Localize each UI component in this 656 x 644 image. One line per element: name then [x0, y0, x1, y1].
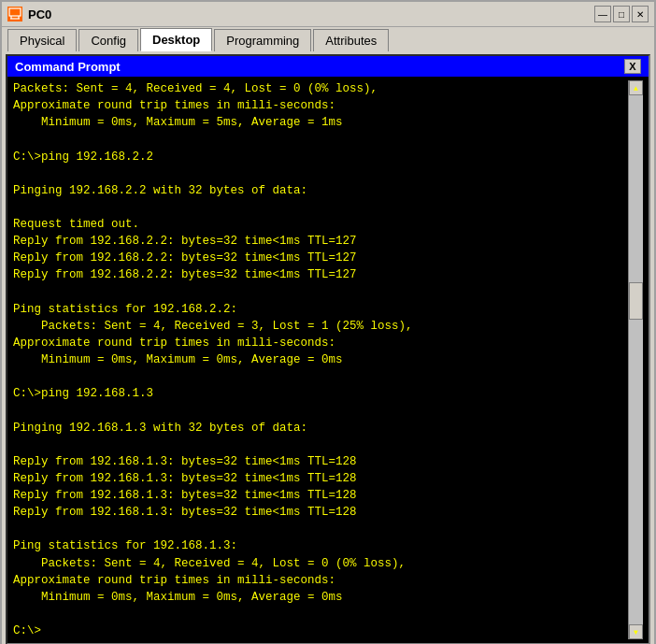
tab-programming[interactable]: Programming	[214, 29, 311, 51]
cmd-title: Command Prompt	[15, 60, 121, 74]
tab-attributes[interactable]: Attributes	[313, 29, 389, 51]
command-prompt-window: Command Prompt X Packets: Sent = 4, Rece…	[6, 54, 650, 644]
tab-desktop[interactable]: Desktop	[140, 28, 212, 51]
scroll-down-button[interactable]: ▼	[629, 624, 643, 639]
close-button[interactable]: ✕	[632, 6, 649, 22]
maximize-button[interactable]: □	[613, 6, 630, 22]
tab-physical[interactable]: Physical	[7, 29, 77, 51]
scroll-up-button[interactable]: ▲	[629, 80, 643, 95]
app-icon	[7, 7, 22, 21]
window-title: PC0	[28, 7, 589, 21]
cmd-output: Packets: Sent = 4, Received = 4, Lost = …	[13, 80, 628, 639]
svg-rect-0	[9, 8, 21, 16]
title-bar: PC0 — □ ✕	[2, 2, 654, 27]
window-controls: — □ ✕	[594, 6, 649, 22]
content-area: Command Prompt X Packets: Sent = 4, Rece…	[2, 50, 654, 644]
main-window: PC0 — □ ✕ Physical Config Desktop Progra…	[0, 0, 656, 644]
scrollbar-thumb[interactable]	[629, 282, 643, 320]
cmd-close-button[interactable]: X	[624, 59, 641, 74]
cmd-title-bar: Command Prompt X	[7, 56, 649, 77]
cmd-body[interactable]: Packets: Sent = 4, Received = 4, Lost = …	[7, 77, 649, 643]
tabs-bar: Physical Config Desktop Programming Attr…	[2, 27, 654, 50]
scrollbar-track[interactable]	[629, 95, 643, 624]
scrollbar[interactable]: ▲ ▼	[628, 80, 643, 639]
minimize-button[interactable]: —	[594, 6, 611, 22]
tab-config[interactable]: Config	[78, 29, 138, 51]
